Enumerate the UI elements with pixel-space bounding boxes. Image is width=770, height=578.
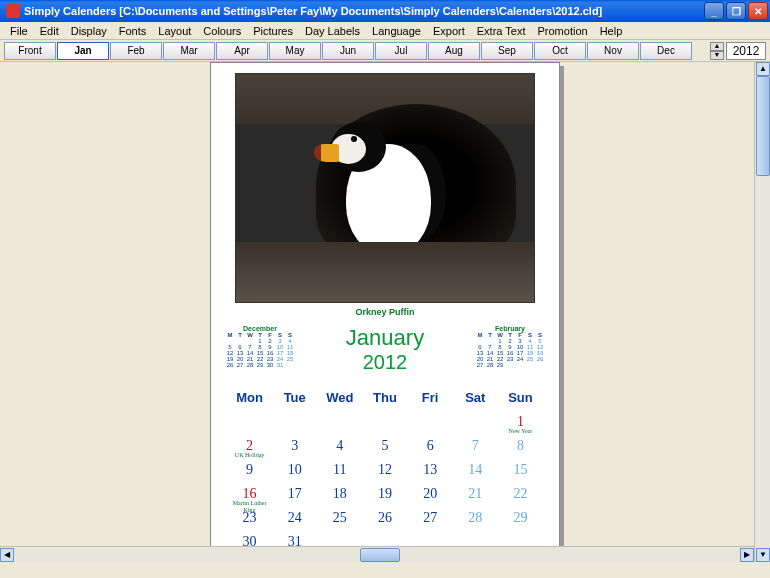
day-cell[interactable]: 16Martin Luther King: [227, 482, 272, 506]
year-down-button[interactable]: ▼: [710, 51, 724, 60]
day-header-thu: Thu: [362, 386, 407, 410]
day-cell[interactable]: 8: [498, 434, 543, 458]
maximize-button[interactable]: ❐: [726, 2, 746, 20]
title-text: Simply Calenders [C:\Documents and Setti…: [24, 5, 704, 17]
day-header-wed: Wed: [317, 386, 362, 410]
day-cell[interactable]: [272, 410, 317, 434]
day-header-mon: Mon: [227, 386, 272, 410]
day-cell[interactable]: [227, 410, 272, 434]
menu-colours[interactable]: Colours: [197, 23, 247, 39]
day-cell[interactable]: [453, 410, 498, 434]
hscroll-thumb[interactable]: [360, 548, 400, 562]
menu-file[interactable]: File: [4, 23, 34, 39]
day-cell[interactable]: 24: [272, 506, 317, 530]
menu-extra-text[interactable]: Extra Text: [471, 23, 532, 39]
day-cell[interactable]: 25: [317, 506, 362, 530]
day-cell[interactable]: 22: [498, 482, 543, 506]
day-cell[interactable]: 14: [453, 458, 498, 482]
app-icon: [6, 4, 20, 18]
calendar-grid: MonTueWedThuFriSatSun 1New Year2UK Holid…: [221, 386, 549, 554]
day-cell[interactable]: 10: [272, 458, 317, 482]
menu-promotion[interactable]: Promotion: [532, 23, 594, 39]
menu-export[interactable]: Export: [427, 23, 471, 39]
day-cell[interactable]: [362, 410, 407, 434]
minimize-button[interactable]: _: [704, 2, 724, 20]
day-cell[interactable]: 26: [362, 506, 407, 530]
day-cell[interactable]: 29: [498, 506, 543, 530]
tabbar: FrontJanFebMarAprMayJunJulAugSepOctNovDe…: [0, 40, 770, 62]
scroll-up-button[interactable]: ▲: [756, 62, 770, 76]
tab-jan[interactable]: Jan: [57, 42, 109, 60]
tab-front[interactable]: Front: [4, 42, 56, 60]
scroll-right-button[interactable]: ▶: [740, 548, 754, 562]
day-header-sun: Sun: [498, 386, 543, 410]
scroll-left-button[interactable]: ◀: [0, 548, 14, 562]
tab-may[interactable]: May: [269, 42, 321, 60]
day-header-fri: Fri: [408, 386, 453, 410]
day-cell[interactable]: 11: [317, 458, 362, 482]
year-spinner[interactable]: ▲ ▼: [710, 42, 724, 60]
menu-display[interactable]: Display: [65, 23, 113, 39]
tab-feb[interactable]: Feb: [110, 42, 162, 60]
day-cell[interactable]: 23: [227, 506, 272, 530]
horizontal-scrollbar[interactable]: ◀ ▶: [0, 546, 754, 562]
tab-aug[interactable]: Aug: [428, 42, 480, 60]
day-cell[interactable]: 20: [408, 482, 453, 506]
tab-oct[interactable]: Oct: [534, 42, 586, 60]
day-cell[interactable]: 3: [272, 434, 317, 458]
scroll-down-button[interactable]: ▼: [756, 548, 770, 562]
tab-jun[interactable]: Jun: [322, 42, 374, 60]
day-cell[interactable]: 4: [317, 434, 362, 458]
year-input[interactable]: 2012: [726, 42, 766, 60]
menubar: FileEditDisplayFontsLayoutColoursPicture…: [0, 22, 770, 40]
vertical-scrollbar[interactable]: ▲ ▼: [754, 62, 770, 562]
day-cell[interactable]: 28: [453, 506, 498, 530]
menu-language[interactable]: Language: [366, 23, 427, 39]
mini-calendar-prev: DecemberMTWTFSS1234567891011121314151617…: [225, 325, 295, 368]
workspace: Orkney Puffin DecemberMTWTFSS12345678910…: [0, 62, 770, 562]
day-header-tue: Tue: [272, 386, 317, 410]
day-cell[interactable]: 27: [408, 506, 453, 530]
day-cell[interactable]: 13: [408, 458, 453, 482]
day-cell[interactable]: 12: [362, 458, 407, 482]
day-cell[interactable]: 2UK Holiday: [227, 434, 272, 458]
menu-edit[interactable]: Edit: [34, 23, 65, 39]
day-cell[interactable]: 9: [227, 458, 272, 482]
day-cell[interactable]: 1New Year: [498, 410, 543, 434]
menu-pictures[interactable]: Pictures: [247, 23, 299, 39]
tab-apr[interactable]: Apr: [216, 42, 268, 60]
tab-mar[interactable]: Mar: [163, 42, 215, 60]
titlebar: Simply Calenders [C:\Documents and Setti…: [0, 0, 770, 22]
day-cell[interactable]: 6: [408, 434, 453, 458]
day-cell[interactable]: 21: [453, 482, 498, 506]
day-cell[interactable]: [317, 410, 362, 434]
menu-day-labels[interactable]: Day Labels: [299, 23, 366, 39]
year-up-button[interactable]: ▲: [710, 42, 724, 51]
menu-layout[interactable]: Layout: [152, 23, 197, 39]
day-cell[interactable]: [408, 410, 453, 434]
menu-help[interactable]: Help: [594, 23, 629, 39]
calendar-page: Orkney Puffin DecemberMTWTFSS12345678910…: [210, 62, 560, 556]
main-year: 2012: [346, 351, 424, 374]
month-photo[interactable]: [235, 73, 535, 303]
mini-calendar-next: FebruaryMTWTFSS1234567891011121314151617…: [475, 325, 545, 368]
photo-caption: Orkney Puffin: [221, 307, 549, 317]
tab-sep[interactable]: Sep: [481, 42, 533, 60]
day-cell[interactable]: 18: [317, 482, 362, 506]
close-button[interactable]: ✕: [748, 2, 768, 20]
tab-jul[interactable]: Jul: [375, 42, 427, 60]
day-cell[interactable]: 7: [453, 434, 498, 458]
menu-fonts[interactable]: Fonts: [113, 23, 153, 39]
vscroll-thumb[interactable]: [756, 76, 770, 176]
day-cell[interactable]: 17: [272, 482, 317, 506]
tab-dec[interactable]: Dec: [640, 42, 692, 60]
day-cell[interactable]: 5: [362, 434, 407, 458]
day-header-sat: Sat: [453, 386, 498, 410]
day-cell[interactable]: 15: [498, 458, 543, 482]
main-month: January: [346, 325, 424, 351]
tab-nov[interactable]: Nov: [587, 42, 639, 60]
day-cell[interactable]: 19: [362, 482, 407, 506]
main-title: January 2012: [346, 325, 424, 374]
